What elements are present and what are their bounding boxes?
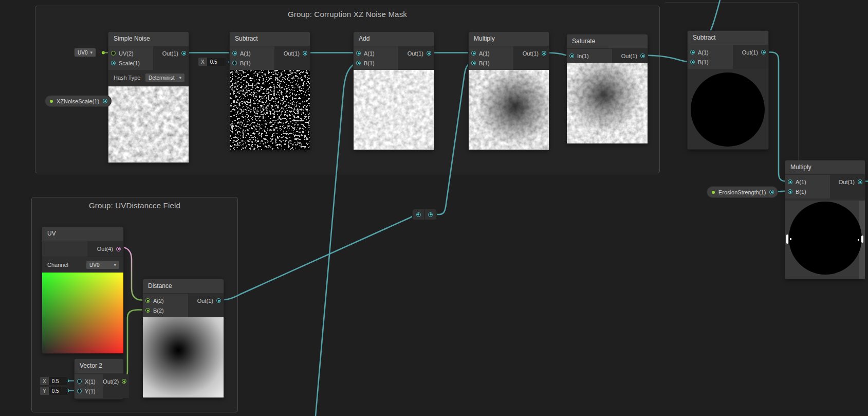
port-out[interactable] [542,51,546,56]
glitch-mark [790,238,791,240]
node-title: UV [42,227,123,241]
port-label: X(1) [85,378,96,385]
node-add[interactable]: Add A(1) B(1) Out(1) [354,32,434,150]
port-label: B(2) [153,308,164,314]
node-title: Subtract [688,31,768,45]
port-a-in[interactable] [356,51,361,56]
port-in[interactable] [569,53,574,58]
node-distance[interactable]: Distance A(2) B(2) Out(1) [143,279,224,397]
field-label: X [198,58,207,66]
port-out2[interactable] [122,379,126,384]
port-x-in[interactable] [77,379,82,384]
port-label: B(1) [698,59,709,65]
node-simple-noise[interactable]: Simple Noise UV(2) Scale(1) Out(1) Hash … [108,32,189,162]
port-a-in[interactable] [690,50,695,55]
port-uv-in[interactable] [111,51,116,56]
port-label: Out(4) [97,246,113,252]
uv-channel-mini-dropdown[interactable]: UV0 ▾ [75,48,96,57]
node-title: Simple Noise [108,32,189,46]
property-dot-icon [50,100,53,103]
port-out[interactable] [427,51,431,56]
port-b-in[interactable] [232,61,237,65]
hash-type-dropdown[interactable]: Determinist ▾ [145,74,184,82]
port-b-in[interactable] [356,61,361,65]
noise-preview [354,70,434,150]
port-b-in[interactable] [690,60,695,64]
mask-preview [785,201,865,279]
port-label: A(1) [796,179,806,185]
uv-gradient-preview [42,273,123,353]
noise-preview [230,70,310,150]
hash-type-value: Determinist [149,75,175,81]
port-a-in[interactable] [145,298,150,303]
property-xznoisescale[interactable]: XZNoiseScale(1) [45,96,111,106]
dark-center-overlay [469,70,549,150]
port-label: Out(1) [621,53,637,59]
port-label: Out(1) [284,50,300,57]
port-b-in[interactable] [471,61,476,65]
port-y-in[interactable] [77,389,82,393]
wire-distance-to-redirect[interactable] [218,214,417,300]
node-vector2[interactable]: Vector 2 X(1) Y(1) Out(2) [75,359,123,399]
node-uv[interactable]: UV Out(4) Channel UV0 ▾ [42,227,123,353]
field-value[interactable]: 0.5 [49,387,67,395]
port-label: Out(1) [523,50,539,57]
port-out[interactable] [858,179,862,184]
node-saturate[interactable]: Saturate In(1) Out(1) [567,34,648,143]
chevron-down-icon: ▾ [179,75,181,80]
node-title: Saturate [567,34,648,49]
redirect-in[interactable] [413,209,424,220]
node-subtract-1[interactable]: Subtract A(1) B(1) Out(1) [230,32,310,150]
port-label: A(1) [698,49,709,56]
port-out[interactable] [181,51,186,56]
port-b-in[interactable] [145,308,150,313]
wire-saturate-to-subtract2-b[interactable] [642,56,692,62]
port-a-in[interactable] [232,51,237,56]
black-circle [789,202,862,275]
vector2-x-field[interactable]: X 0.5 [40,377,67,385]
port-a-in[interactable] [471,51,476,56]
port-label: UV(2) [119,50,134,57]
property-erosionstrength[interactable]: ErosionStrength(1) [707,187,778,197]
node-multiply-1[interactable]: Multiply A(1) B(1) Out(1) [469,32,549,150]
noise-preview [108,86,189,162]
redirect-out-port[interactable] [428,212,433,217]
port-label: A(1) [479,50,490,57]
port-b-in[interactable] [788,189,792,194]
redirect-out[interactable] [424,209,437,220]
port-scale-in[interactable] [111,61,116,65]
property-out-port[interactable] [103,99,107,103]
port-label: Out(1) [742,49,758,56]
port-label: Out(2) [103,378,119,385]
node-title: Subtract [230,32,310,46]
port-a-in[interactable] [788,179,792,184]
redirect-node[interactable] [413,209,436,220]
wire-redirect-to-multiply-b[interactable] [432,63,473,215]
mini-dropdown-value: UV0 [78,50,87,56]
dark-center-overlay [567,63,648,143]
node-title: Distance [143,279,224,294]
subtract-b-default-field[interactable]: X 0.5 [198,58,226,66]
port-out[interactable] [640,53,645,58]
wire-offscreen-bottom-to-add-b[interactable] [316,63,358,416]
node-multiply-2[interactable]: Multiply A(1) B(1) Out(1) [785,160,865,279]
black-circle [691,73,765,147]
vector2-y-field[interactable]: Y 0.5 [40,387,67,395]
port-out[interactable] [216,298,221,303]
port-label: In(1) [577,53,589,59]
field-value[interactable]: 0.5 [49,377,67,385]
redirect-in-port[interactable] [416,212,421,217]
channel-dropdown[interactable]: UV0 ▾ [86,261,119,269]
hash-type-label: Hash Type [114,75,140,81]
field-label: Y [40,387,49,395]
port-label: A(2) [153,298,164,304]
property-out-port[interactable] [769,190,774,194]
port-out[interactable] [303,51,307,56]
field-value[interactable]: 0.5 [207,58,226,66]
port-out4[interactable] [116,247,121,251]
port-label: B(1) [479,60,490,66]
glitch-mark [861,236,863,243]
port-label: Out(1) [408,50,423,57]
node-subtract-2[interactable]: Subtract A(1) B(1) Out(1) [688,31,768,149]
port-out[interactable] [761,50,766,55]
